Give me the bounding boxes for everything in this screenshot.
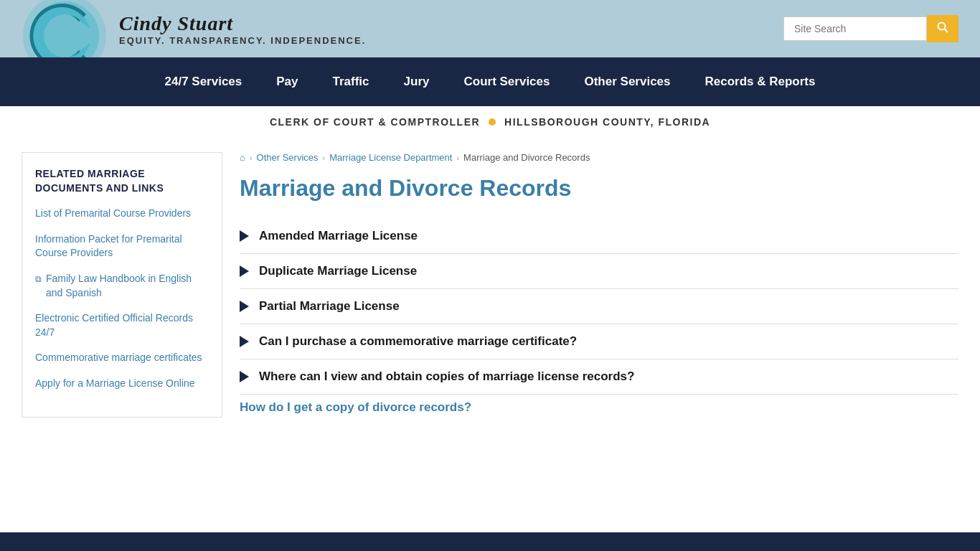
- sidebar-link-premarital-list[interactable]: List of Premarital Course Providers: [35, 207, 209, 221]
- clerk-label: CLERK OF COURT & COMPTROLLER: [270, 116, 480, 128]
- sidebar-link-label: Electronic Certified Official Records 24…: [35, 311, 209, 339]
- sidebar-link-family-law[interactable]: ⧉ Family Law Handbook in English and Spa…: [35, 272, 209, 300]
- sidebar-link-label: Commemorative marriage certificates: [35, 351, 202, 365]
- sidebar-link-label: Family Law Handbook in English and Spani…: [46, 272, 209, 300]
- breadcrumb-current: Marriage and Divorce Records: [463, 152, 590, 163]
- sidebar: RELATED MARRIAGE DOCUMENTS AND LINKS Lis…: [22, 152, 222, 418]
- breadcrumb: ⌂ › Other Services › Marriage License De…: [240, 152, 958, 163]
- accordion-item-4[interactable]: Where can I view and obtain copies of ma…: [240, 359, 958, 395]
- sidebar-link-label: Apply for a Marriage License Online: [35, 377, 195, 391]
- accordion-item-3[interactable]: Can I purchase a commemorative marriage …: [240, 324, 958, 359]
- main-content: ⌂ › Other Services › Marriage License De…: [240, 152, 958, 496]
- subtitle-dot: [489, 118, 496, 126]
- nav-item-court[interactable]: Court Services: [446, 57, 567, 106]
- sidebar-link-commemorative[interactable]: Commemorative marriage certificates: [35, 351, 209, 365]
- search-icon: [937, 22, 948, 33]
- sidebar-title: RELATED MARRIAGE DOCUMENTS AND LINKS: [35, 167, 209, 195]
- content-area: RELATED MARRIAGE DOCUMENTS AND LINKS Lis…: [0, 138, 980, 511]
- breadcrumb-marriage-dept[interactable]: Marriage License Department: [329, 152, 452, 163]
- nav-item-pay[interactable]: Pay: [259, 57, 315, 106]
- breadcrumb-sep-2: ›: [323, 154, 326, 162]
- brand-name: Cindy Stuart: [119, 12, 366, 35]
- search-input[interactable]: [783, 17, 927, 41]
- sidebar-link-electronic[interactable]: Electronic Certified Official Records 24…: [35, 311, 209, 339]
- nav-item-traffic[interactable]: Traffic: [316, 57, 387, 106]
- top-header: Cindy Stuart EQUITY. TRANSPARENCY. INDEP…: [0, 0, 980, 57]
- accordion-item-2[interactable]: Partial Marriage License: [240, 289, 958, 324]
- accordion-arrow-2: [240, 301, 249, 312]
- brand-tagline: EQUITY. TRANSPARENCY. INDEPENDENCE.: [119, 35, 366, 46]
- breadcrumb-other-services[interactable]: Other Services: [257, 152, 319, 163]
- sidebar-link-label: List of Premarital Course Providers: [35, 207, 191, 221]
- accordion-label-0: Amended Marriage License: [259, 229, 418, 243]
- nav-item-other[interactable]: Other Services: [567, 57, 687, 106]
- sidebar-link-apply-online[interactable]: Apply for a Marriage License Online: [35, 377, 209, 391]
- accordion-label-1: Duplicate Marriage License: [259, 264, 417, 278]
- search-button[interactable]: [927, 15, 958, 42]
- accordion-arrow-0: [240, 230, 249, 242]
- accordion-item-1[interactable]: Duplicate Marriage License: [240, 254, 958, 289]
- svg-point-2: [938, 23, 946, 30]
- breadcrumb-sep-3: ›: [456, 154, 459, 162]
- nav-item-247[interactable]: 24/7 Services: [148, 57, 260, 106]
- page-title: Marriage and Divorce Records: [240, 174, 958, 202]
- subtitle-bar: CLERK OF COURT & COMPTROLLER HILLSBOROUG…: [0, 106, 980, 138]
- breadcrumb-sep-1: ›: [250, 154, 253, 162]
- accordion-list: Amended Marriage License Duplicate Marri…: [240, 219, 958, 395]
- accordion-arrow-4: [240, 371, 249, 382]
- accordion-item-0[interactable]: Amended Marriage License: [240, 219, 958, 254]
- accordion-label-2: Partial Marriage License: [259, 299, 400, 314]
- accordion-arrow-3: [240, 336, 249, 347]
- svg-line-3: [945, 29, 948, 33]
- main-nav: 24/7 Services Pay Traffic Jury Court Ser…: [0, 57, 980, 106]
- search-area: [783, 15, 958, 42]
- external-link-icon: ⧉: [35, 273, 42, 286]
- accordion-arrow-1: [240, 265, 249, 277]
- nav-item-records[interactable]: Records & Reports: [688, 57, 833, 106]
- accordion-label-3: Can I purchase a commemorative marriage …: [259, 334, 577, 349]
- nav-item-jury[interactable]: Jury: [387, 57, 447, 106]
- home-icon: ⌂: [240, 152, 245, 163]
- sidebar-link-info-packet[interactable]: Information Packet for Premarital Course…: [35, 232, 209, 260]
- breadcrumb-home[interactable]: ⌂: [240, 152, 245, 163]
- footer: [0, 532, 980, 551]
- accordion-label-4: Where can I view and obtain copies of ma…: [259, 369, 634, 384]
- divorce-records-link[interactable]: How do I get a copy of divorce records?: [240, 400, 471, 415]
- sidebar-link-label: Information Packet for Premarital Course…: [35, 232, 209, 260]
- brand-text: Cindy Stuart EQUITY. TRANSPARENCY. INDEP…: [119, 12, 366, 46]
- county-label: HILLSBOROUGH COUNTY, FLORIDA: [504, 116, 710, 128]
